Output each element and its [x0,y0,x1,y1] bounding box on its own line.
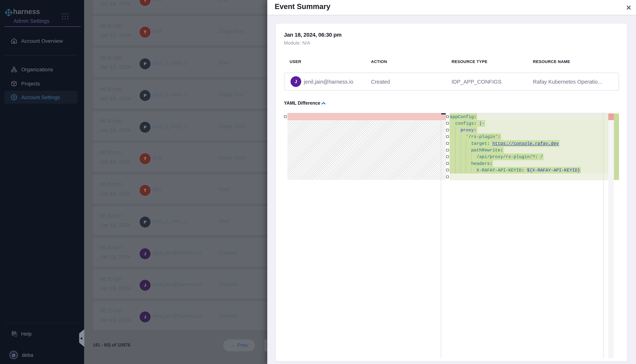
svg-text:?: ? [13,331,15,335]
